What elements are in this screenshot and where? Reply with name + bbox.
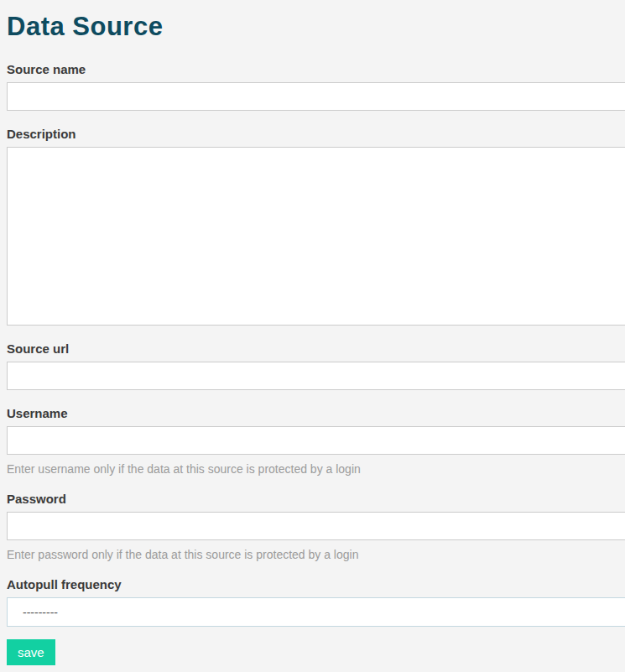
field-autopull-frequency: Autopull frequency --------- xyxy=(7,577,625,627)
password-label: Password xyxy=(7,492,625,506)
source-name-label: Source name xyxy=(7,62,625,76)
username-help-text: Enter username only if the data at this … xyxy=(7,462,625,476)
field-password: Password Enter password only if the data… xyxy=(7,492,625,561)
source-url-input[interactable] xyxy=(7,362,625,390)
password-input[interactable] xyxy=(7,512,625,540)
description-label: Description xyxy=(7,127,625,141)
save-button[interactable]: save xyxy=(7,639,55,665)
field-source-name: Source name xyxy=(7,62,625,111)
autopull-frequency-select[interactable]: --------- xyxy=(7,597,625,627)
data-source-page: Data Source Source name Description Sour… xyxy=(0,0,625,665)
field-description: Description xyxy=(7,127,625,326)
description-textarea[interactable] xyxy=(7,147,625,326)
username-input[interactable] xyxy=(7,426,625,455)
field-source-url: Source url xyxy=(7,341,625,390)
page-title: Data Source xyxy=(7,12,625,42)
source-url-label: Source url xyxy=(7,341,625,356)
autopull-frequency-label: Autopull frequency xyxy=(7,577,625,591)
username-label: Username xyxy=(7,406,625,420)
password-help-text: Enter password only if the data at this … xyxy=(7,548,625,561)
source-name-input[interactable] xyxy=(7,82,625,111)
field-username: Username Enter username only if the data… xyxy=(7,406,625,476)
